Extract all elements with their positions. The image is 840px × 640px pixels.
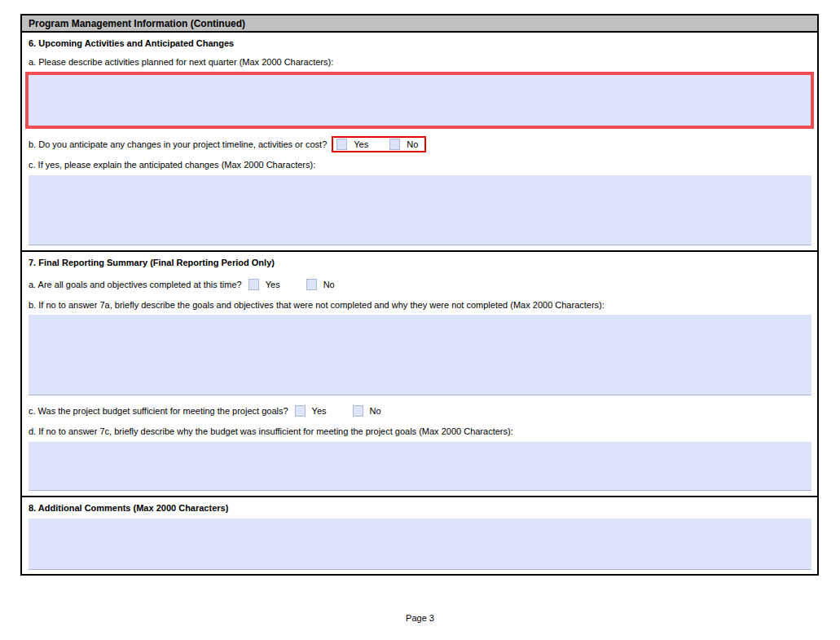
question-6a-label: a. Please describe activities planned fo… <box>29 56 811 68</box>
section-8-title: 8. Additional Comments (Max 2000 Charact… <box>29 501 811 514</box>
question-7b-label: b. If no to answer 7a, briefly describe … <box>29 299 811 311</box>
section-6-upcoming-activities: 6. Upcoming Activities and Anticipated C… <box>22 33 817 250</box>
textarea-6a-activities-next-quarter[interactable] <box>25 72 814 129</box>
question-7c-label: c. Was the project budget sufficient for… <box>29 406 288 416</box>
question-6b-yes-no-group: Yes No <box>332 136 426 152</box>
checkbox-7c-yes[interactable] <box>295 405 306 417</box>
form-title-bar: Program Management Information (Continue… <box>20 14 819 33</box>
question-7a-yes-no-group: Yes No <box>248 276 335 293</box>
question-7a-label: a. Are all goals and objectives complete… <box>29 280 242 289</box>
checkbox-6b-yes[interactable] <box>336 139 347 150</box>
question-6b-row: b. Do you anticipate any changes in your… <box>29 136 811 152</box>
form-title: Program Management Information (Continue… <box>29 18 245 29</box>
checkbox-7a-yes-label: Yes <box>266 280 280 289</box>
section-7-final-reporting-summary: 7. Final Reporting Summary (Final Report… <box>22 250 817 496</box>
question-7c-yes-no-group: Yes No <box>295 403 381 419</box>
checkbox-7a-no-label: No <box>323 280 335 289</box>
checkbox-6b-yes-label: Yes <box>354 139 368 149</box>
textarea-7d-budget-insufficient-reason[interactable] <box>29 442 811 491</box>
section-7-title: 7. Final Reporting Summary (Final Report… <box>29 255 811 269</box>
textarea-7b-goals-not-completed[interactable] <box>29 315 811 395</box>
checkbox-7a-no[interactable] <box>306 279 317 290</box>
question-6c-label: c. If yes, please explain the anticipate… <box>29 159 811 170</box>
page-number: Page 3 <box>0 613 840 623</box>
textarea-6c-anticipated-changes[interactable] <box>29 175 811 245</box>
question-7d-label: d. If no to answer 7c, briefly describe … <box>29 426 811 437</box>
question-7c-row: c. Was the project budget sufficient for… <box>29 403 811 419</box>
checkbox-7c-no[interactable] <box>353 405 363 417</box>
checkbox-7c-no-label: No <box>370 406 381 416</box>
checkbox-7c-yes-label: Yes <box>312 406 327 416</box>
textarea-8-additional-comments[interactable] <box>29 519 811 570</box>
question-7a-row: a. Are all goals and objectives complete… <box>29 276 811 293</box>
checkbox-6b-no-label: No <box>407 139 418 149</box>
form-page: Program Management Information (Continue… <box>0 0 840 640</box>
question-6b-label: b. Do you anticipate any changes in your… <box>29 139 327 149</box>
section-6-title: 6. Upcoming Activities and Anticipated C… <box>29 36 811 50</box>
checkbox-6b-no[interactable] <box>389 139 400 150</box>
program-management-form: Program Management Information (Continue… <box>20 14 819 576</box>
section-8-additional-comments: 8. Additional Comments (Max 2000 Charact… <box>22 496 817 574</box>
form-body: 6. Upcoming Activities and Anticipated C… <box>20 33 819 576</box>
checkbox-7a-yes[interactable] <box>248 279 259 290</box>
